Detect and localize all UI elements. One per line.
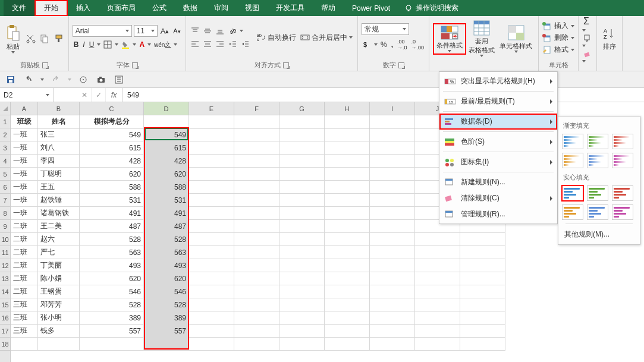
cell[interactable]: [189, 194, 234, 207]
tab-help[interactable]: 帮助: [313, 0, 344, 16]
cell[interactable]: [189, 233, 234, 246]
cell[interactable]: [189, 338, 234, 351]
cell[interactable]: [325, 207, 370, 220]
cell[interactable]: [415, 233, 460, 246]
cell[interactable]: [370, 233, 415, 246]
cell[interactable]: 王二美: [38, 220, 80, 233]
col-header-H[interactable]: H: [325, 102, 370, 115]
delete-cells-button[interactable]: 删除: [542, 33, 574, 43]
cell[interactable]: 赵铁锤: [38, 194, 80, 207]
cell[interactable]: [279, 141, 325, 155]
select-all-corner[interactable]: [0, 102, 10, 115]
clear-button[interactable]: [582, 48, 593, 59]
cell[interactable]: [189, 259, 234, 272]
row-header-16[interactable]: 16: [0, 311, 10, 325]
cell[interactable]: [234, 168, 279, 181]
cell[interactable]: 张小明: [38, 311, 80, 325]
cell[interactable]: 620: [80, 168, 144, 181]
undo-button[interactable]: [23, 74, 34, 86]
cell[interactable]: [370, 155, 415, 168]
cell[interactable]: 528: [80, 298, 144, 311]
cell[interactable]: 丁美丽: [38, 259, 80, 272]
cell[interactable]: 二班: [11, 246, 38, 259]
cell[interactable]: 二班: [11, 285, 38, 298]
orientation-button[interactable]: ab: [227, 26, 238, 36]
decrease-font-button[interactable]: A▾: [172, 26, 181, 36]
cell[interactable]: [415, 272, 460, 285]
cell[interactable]: 一班: [11, 181, 38, 194]
cell[interactable]: [325, 285, 370, 298]
cell[interactable]: [460, 246, 505, 259]
row-header-10[interactable]: 10: [0, 233, 10, 246]
cell[interactable]: [279, 194, 325, 207]
cell[interactable]: [325, 155, 370, 168]
cell[interactable]: [279, 220, 325, 233]
cell[interactable]: [234, 325, 279, 338]
cell[interactable]: [325, 233, 370, 246]
wrap-text-button[interactable]: abc自动换行: [255, 32, 297, 44]
cell[interactable]: 487: [144, 220, 189, 233]
cell[interactable]: 班级: [11, 115, 38, 128]
row-header-15[interactable]: 15: [0, 298, 10, 311]
tell-me-search[interactable]: 操作说明搜索: [404, 3, 458, 13]
cell[interactable]: 487: [80, 220, 144, 233]
cell[interactable]: [460, 272, 505, 285]
cell[interactable]: [279, 181, 325, 194]
cell[interactable]: 615: [144, 141, 189, 155]
underline-button[interactable]: U: [88, 39, 96, 50]
cell[interactable]: [279, 155, 325, 168]
cell[interactable]: [370, 128, 415, 141]
menu-icon-sets[interactable]: 图标集(I): [439, 154, 557, 170]
cell[interactable]: [279, 128, 325, 141]
row-header-13[interactable]: 13: [0, 272, 10, 285]
cell[interactable]: [279, 272, 325, 285]
cell[interactable]: [460, 311, 505, 325]
cell[interactable]: 428: [144, 155, 189, 168]
col-header-I[interactable]: I: [370, 102, 415, 115]
menu-data-bars[interactable]: 数据条(D): [439, 114, 557, 130]
cell[interactable]: 丁聪明: [38, 168, 80, 181]
col-header-A[interactable]: A: [11, 102, 38, 115]
cell[interactable]: [325, 181, 370, 194]
cell[interactable]: [370, 298, 415, 311]
cell[interactable]: 620: [144, 272, 189, 285]
row-header-18[interactable]: 18: [0, 338, 10, 351]
cell[interactable]: [189, 128, 234, 141]
increase-decimal-button[interactable]: .00→.0: [396, 37, 409, 52]
increase-indent-button[interactable]: [240, 39, 250, 49]
tab-formulas[interactable]: 公式: [144, 0, 175, 16]
touch-mode-button[interactable]: [77, 74, 89, 86]
cell[interactable]: [370, 272, 415, 285]
databar-swatch[interactable]: [612, 153, 633, 168]
cell[interactable]: 一班: [11, 194, 38, 207]
cell[interactable]: [234, 338, 279, 351]
cell[interactable]: 531: [144, 194, 189, 207]
cut-button[interactable]: [25, 33, 37, 45]
databar-swatch[interactable]: [612, 185, 633, 201]
cell[interactable]: 557: [144, 325, 189, 338]
italic-button[interactable]: I: [81, 39, 86, 50]
cell[interactable]: [279, 298, 325, 311]
row-header-14[interactable]: 14: [0, 285, 10, 298]
cell[interactable]: 钱多: [38, 325, 80, 338]
cell[interactable]: 二班: [11, 272, 38, 285]
cancel-formula-button[interactable]: ✕: [77, 88, 92, 102]
percent-button[interactable]: %: [379, 39, 388, 50]
cell[interactable]: [415, 338, 460, 351]
accounting-format-button[interactable]: $: [362, 39, 372, 50]
cell[interactable]: [234, 272, 279, 285]
row-header-8[interactable]: 8: [0, 207, 10, 220]
qat-customize-button[interactable]: [113, 74, 125, 86]
format-as-table-button[interactable]: 套用 表格格式: [466, 19, 497, 58]
number-dialog-launcher[interactable]: [398, 62, 404, 68]
sort-filter-button[interactable]: AZ排序: [601, 26, 618, 52]
cell[interactable]: 一班: [11, 155, 38, 168]
cell[interactable]: [370, 168, 415, 181]
cell-styles-button[interactable]: 单元格样式: [497, 24, 535, 54]
cell[interactable]: [460, 298, 505, 311]
cell[interactable]: [234, 128, 279, 141]
cell[interactable]: [144, 115, 189, 128]
cell[interactable]: [11, 338, 38, 351]
cell[interactable]: [234, 233, 279, 246]
cell[interactable]: [370, 141, 415, 155]
